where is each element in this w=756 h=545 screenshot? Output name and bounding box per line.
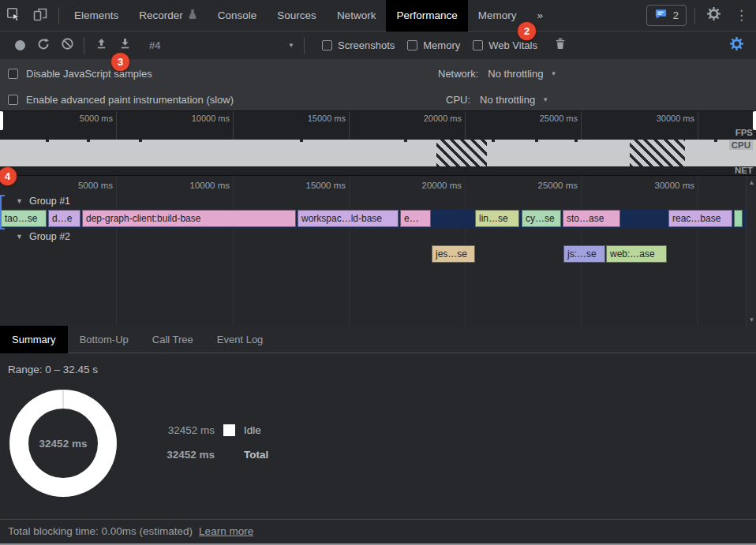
ruler-tick-line bbox=[233, 111, 234, 140]
web-vitals-checkbox[interactable] bbox=[473, 40, 483, 50]
history-dropdown[interactable]: #4 ▼ bbox=[149, 39, 299, 51]
tab-summary[interactable]: Summary bbox=[0, 326, 68, 353]
chevron-down-icon: ▼ bbox=[542, 96, 548, 103]
device-toolbar-icon bbox=[32, 6, 48, 25]
ruler-tick-label: 30000 ms bbox=[634, 181, 694, 190]
ruler-tick-line bbox=[116, 111, 117, 140]
tab-label: Console bbox=[218, 9, 257, 21]
history-selected-value: #4 bbox=[149, 39, 160, 51]
flame-chart[interactable]: ▼ Group #1 tao…sed…edep-graph-client:bui… bbox=[0, 175, 756, 326]
ruler-tick-label: 10000 ms bbox=[170, 114, 230, 123]
group-2-header[interactable]: ▼ Group #2 bbox=[16, 231, 70, 242]
memory-checkbox-group[interactable]: Memory bbox=[407, 39, 460, 51]
flame-bar[interactable]: workspac…ld-base bbox=[298, 210, 399, 227]
learn-more-link[interactable]: Learn more bbox=[199, 525, 253, 537]
settings-button[interactable] bbox=[700, 4, 727, 28]
load-profile-button[interactable] bbox=[89, 35, 113, 57]
trash-icon bbox=[554, 37, 567, 54]
cpu-notch bbox=[492, 140, 495, 142]
ruler-tick-label: 15000 ms bbox=[286, 181, 346, 190]
flame-bar[interactable]: e… bbox=[400, 210, 431, 227]
overview-right-handle[interactable] bbox=[753, 111, 756, 130]
cpu-throttling-control: CPU: No throttling ▼ bbox=[446, 94, 548, 106]
overview-left-handle[interactable] bbox=[0, 111, 3, 130]
checkbox-label: Memory bbox=[423, 39, 460, 51]
flame-scrollbar[interactable]: ▲ ▼ bbox=[746, 176, 756, 326]
divider bbox=[694, 7, 695, 24]
block-icon bbox=[61, 37, 74, 54]
flame-bar[interactable]: dep-graph-client:build-base bbox=[82, 210, 296, 227]
flame-bar[interactable] bbox=[734, 210, 743, 227]
scroll-down-icon[interactable]: ▼ bbox=[747, 316, 756, 323]
divider bbox=[84, 37, 84, 54]
network-throttling-control: Network: No throttling ▼ bbox=[438, 68, 556, 80]
flame-bar[interactable]: d…e bbox=[48, 210, 80, 227]
ruler-tick-label: 20000 ms bbox=[402, 181, 462, 190]
tab-label: Network bbox=[337, 9, 376, 21]
cpu-notch bbox=[574, 140, 578, 142]
cpu-notch bbox=[87, 140, 90, 142]
screenshots-checkbox[interactable] bbox=[322, 40, 332, 50]
reload-and-record-button[interactable] bbox=[32, 35, 55, 57]
scroll-up-icon[interactable]: ▲ bbox=[747, 179, 756, 186]
delete-recording-button[interactable] bbox=[548, 35, 572, 57]
flame-bar[interactable]: js:…se bbox=[563, 245, 605, 263]
main-menu-button[interactable]: ⋮ bbox=[727, 7, 756, 24]
ruler-tick-label: 25000 ms bbox=[518, 114, 578, 123]
screenshots-checkbox-group[interactable]: Screenshots bbox=[322, 39, 395, 51]
collapse-triangle-icon: ▼ bbox=[16, 233, 23, 241]
tab-label: Memory bbox=[478, 9, 517, 21]
memory-checkbox[interactable] bbox=[407, 40, 417, 50]
tab-label: Recorder bbox=[139, 9, 183, 21]
ruler-tick-label: 30000 ms bbox=[634, 114, 694, 123]
chevron-down-icon: ▼ bbox=[550, 70, 556, 77]
ruler-tick-label: 5000 ms bbox=[53, 114, 113, 123]
flame-bar[interactable]: web:…ase bbox=[606, 245, 667, 263]
timeline-overview[interactable]: 5000 ms10000 ms15000 ms20000 ms25000 ms3… bbox=[0, 110, 756, 175]
tab-sources[interactable]: Sources bbox=[267, 0, 327, 32]
group-1-header[interactable]: ▼ Group #1 bbox=[16, 196, 70, 207]
network-throttling-dropdown[interactable]: No throttling ▼ bbox=[488, 68, 556, 80]
web-vitals-checkbox-group[interactable]: Web Vitals bbox=[473, 39, 537, 51]
tab-recorder[interactable]: Recorder bbox=[129, 0, 208, 32]
tab-network[interactable]: Network bbox=[327, 0, 387, 32]
inspect-element-button[interactable] bbox=[0, 4, 27, 28]
record-button[interactable] bbox=[8, 35, 32, 57]
capture-settings-button[interactable] bbox=[724, 35, 748, 57]
cpu-label: CPU: bbox=[446, 94, 470, 106]
flame-bar[interactable]: cy…se bbox=[522, 210, 561, 227]
inspect-cursor-icon bbox=[6, 6, 21, 25]
ruler-tick-label: 5000 ms bbox=[53, 181, 113, 190]
summary-pane: Range: 0 – 32.45 s 32452 ms 32452 ms Idl… bbox=[0, 353, 756, 519]
cpu-throttling-dropdown[interactable]: No throttling ▼ bbox=[480, 94, 548, 106]
flame-bar[interactable]: sto…ase bbox=[563, 210, 620, 227]
flame-bar[interactable]: lin…se bbox=[475, 210, 519, 227]
cpu-notch bbox=[46, 140, 49, 142]
legend-value: 32452 ms bbox=[163, 424, 215, 436]
group-2-track: jes…sejs:…seweb:…ase bbox=[0, 245, 746, 263]
ruler-tick-label: 20000 ms bbox=[402, 114, 462, 123]
blocking-time-text: Total blocking time: 0.00ms (estimated) bbox=[8, 525, 193, 537]
cpu-notch bbox=[404, 140, 407, 142]
ruler-tick-line bbox=[698, 111, 698, 140]
tab-call-tree[interactable]: Call Tree bbox=[140, 326, 205, 353]
tab-bottom-up[interactable]: Bottom-Up bbox=[68, 326, 140, 353]
flame-bar[interactable]: tao…se bbox=[1, 210, 47, 227]
clear-recording-button[interactable] bbox=[55, 35, 79, 57]
annotation-badge-2: 2 bbox=[518, 22, 536, 40]
selected-track-bracket bbox=[0, 195, 5, 230]
chat-bubble-icon bbox=[654, 8, 668, 23]
flame-bar[interactable]: reac…base bbox=[668, 210, 732, 227]
tab-event-log[interactable]: Event Log bbox=[205, 326, 275, 353]
fps-lane-label: FPS bbox=[735, 128, 753, 137]
disable-js-samples-label: Disable JavaScript samples bbox=[26, 68, 152, 80]
cpu-busy-hatch bbox=[436, 140, 487, 166]
console-messages-button[interactable]: 2 bbox=[646, 5, 687, 26]
tab-console[interactable]: Console bbox=[208, 0, 268, 32]
device-toolbar-button[interactable] bbox=[27, 4, 54, 28]
paint-instrumentation-checkbox[interactable] bbox=[8, 95, 18, 105]
flame-bar[interactable]: jes…se bbox=[432, 245, 475, 263]
tab-performance[interactable]: Performance bbox=[386, 0, 467, 32]
tab-elements[interactable]: Elements bbox=[64, 0, 129, 32]
disable-js-samples-checkbox[interactable] bbox=[8, 69, 18, 79]
